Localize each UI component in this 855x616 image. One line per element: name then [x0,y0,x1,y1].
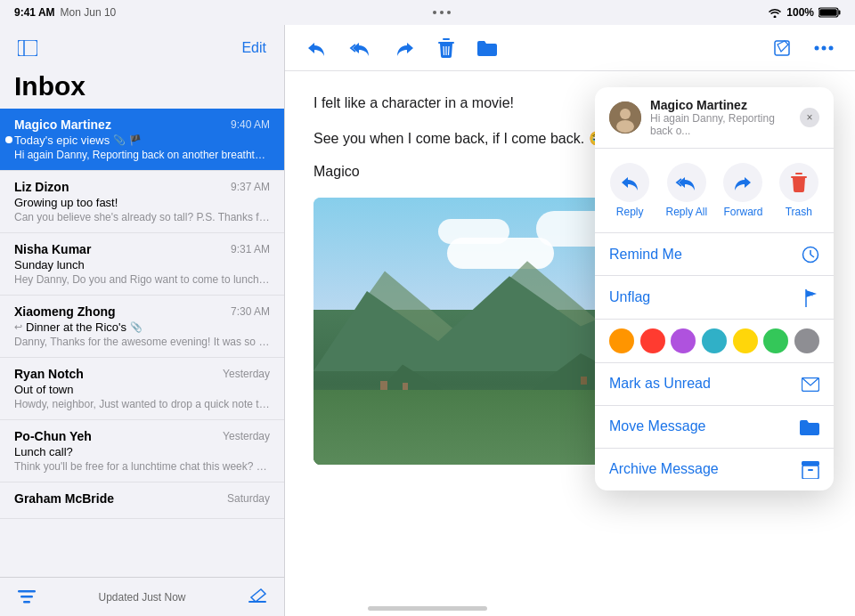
reply-toolbar-button[interactable] [303,36,330,61]
content-area: I felt like a character in a movie! See … [285,25,855,616]
compose-icon [248,588,266,606]
popup-action-label: Reply [616,206,644,218]
popup-menu-icon-folder [800,417,819,436]
mail-item[interactable]: Magico Martinez 9:40 AM Today's epic vie… [0,109,284,171]
attachment-icon: 📎 [113,134,126,146]
popup-menu-flag[interactable]: Unflag [595,276,834,319]
svg-rect-10 [443,38,450,40]
mail-item-header: Nisha Kumar 9:31 AM [14,242,270,256]
popup-menu-label: Remind Me [609,247,682,263]
mail-preview: Think you'll be free for a lunchtime cha… [14,460,270,473]
popup-menu-icon-envelope [802,375,819,393]
toolbar-right [770,36,837,61]
popup-menu-envelope[interactable]: Mark as Unread [595,363,834,406]
mail-item-header: Liz Dizon 9:37 AM [14,180,270,194]
reply-all-toolbar-button[interactable] [346,36,376,61]
more-toolbar-button[interactable] [810,42,837,54]
mail-time: 9:31 AM [231,243,270,255]
popup-trash-button[interactable]: Trash [779,163,818,218]
trash-toolbar-icon [438,38,454,58]
folder-toolbar-icon [477,40,497,56]
popup-forward-button[interactable]: Forward [723,163,762,218]
main-layout: Edit Inbox Magico Martinez 9:40 AM Today… [0,25,855,616]
trash-toolbar-button[interactable] [435,35,458,61]
svg-rect-7 [23,601,30,604]
mail-subject: Today's epic views📎🏴 [14,134,270,147]
color-dot[interactable] [733,328,758,353]
reply-all-toolbar-icon [349,39,372,57]
compose-toolbar-button[interactable] [770,36,794,61]
battery-percent: 100% [786,6,814,19]
filter-button[interactable] [14,587,39,608]
mail-sender: Po-Chun Yeh [14,429,92,443]
popup-reply-button[interactable]: Reply [610,163,649,218]
status-bar-right: 100% [768,6,841,19]
popup-menu-label: Mark as Unread [609,376,711,392]
mail-item-header: Xiaomeng Zhong 7:30 AM [14,304,270,319]
mail-subject: Lunch call? [14,445,270,458]
popup-menu-clock[interactable]: Remind Me [595,233,834,276]
color-dot[interactable] [763,328,788,353]
popup-sender-name: Magico Martinez [650,98,791,112]
forward-toolbar-icon [395,39,415,57]
color-dot[interactable] [702,328,727,353]
svg-rect-35 [808,469,813,471]
mail-subject: ↩Dinner at the Rico's📎 [14,320,270,334]
mail-sender: Graham McBride [14,491,114,506]
attachment-icon: 📎 [130,321,142,333]
popup-menu-label: Move Message [609,418,706,434]
popup-sender-preview: Hi again Danny, Reporting back o... [650,112,791,137]
mail-sender: Liz Dizon [14,180,69,194]
sidebar-icon [18,40,37,56]
mail-preview: Can you believe she's already so tall? P… [14,211,270,223]
color-dot[interactable] [671,328,696,353]
compose-button[interactable] [245,585,270,610]
popup-menu-icon-clock [802,245,819,263]
popup-reply-all-button[interactable]: Reply All [665,163,707,218]
mail-item[interactable]: Graham McBride Saturday [0,482,284,519]
color-dot[interactable] [640,328,665,353]
popup-menu-folder[interactable]: Move Message [595,406,834,449]
popup-close-button[interactable]: × [800,108,819,127]
mail-sender: Ryan Notch [14,367,84,381]
more-toolbar-icon [814,45,834,51]
mail-sender: Nisha Kumar [14,242,91,256]
mail-item-header: Po-Chun Yeh Yesterday [14,429,270,443]
forward-icon [723,163,762,202]
status-date: Mon Jun 10 [61,6,117,19]
mail-item[interactable]: Xiaomeng Zhong 7:30 AM ↩Dinner at the Ri… [0,296,284,358]
popup-menu-label: Archive Message [609,461,719,477]
sidebar-toolbar: Edit [0,25,284,71]
popup-menu-archive[interactable]: Archive Message [595,449,834,490]
status-bar: 9:41 AM Mon Jun 10 100% [0,0,855,25]
status-time: 9:41 AM [14,6,55,19]
mail-item[interactable]: Liz Dizon 9:37 AM Growing up too fast! C… [0,171,284,233]
mail-item[interactable]: Nisha Kumar 9:31 AM Sunday lunch Hey Dan… [0,233,284,296]
unread-dot [5,136,12,143]
mail-item[interactable]: Po-Chun Yeh Yesterday Lunch call? Think … [0,420,284,482]
mail-preview: Hey Danny, Do you and Rigo want to come … [14,273,270,286]
compose-toolbar-icon [773,39,791,57]
edit-button[interactable]: Edit [238,36,270,60]
folder-toolbar-button[interactable] [474,36,501,60]
sidebar-toggle-button[interactable] [14,36,41,60]
mail-time: Yesterday [223,430,270,442]
mail-preview: Howdy, neighbor, Just wanted to drop a q… [14,398,270,410]
color-dot[interactable] [609,328,634,353]
mail-item[interactable]: Ryan Notch Yesterday Out of town Howdy, … [0,358,284,420]
popup-quick-actions: Reply Reply All Forward Trash [595,149,834,233]
flag-icon: 🏴 [129,134,142,146]
popup-menu: Remind Me Unflag Mark as Unread Move Mes… [595,233,834,490]
mail-subject: Growing up too fast! [14,196,270,209]
status-bar-center [433,11,451,14]
mail-list: Magico Martinez 9:40 AM Today's epic vie… [0,109,284,577]
popup-header: Magico Martinez Hi again Danny, Reportin… [595,87,834,149]
home-indicator [368,606,487,611]
svg-point-17 [829,45,834,50]
popup-action-label: Trash [786,206,812,218]
svg-line-13 [449,46,450,55]
svg-rect-1 [839,11,841,15]
forward-toolbar-button[interactable] [392,36,419,61]
color-dot[interactable] [794,328,819,353]
content-toolbar [285,25,855,71]
